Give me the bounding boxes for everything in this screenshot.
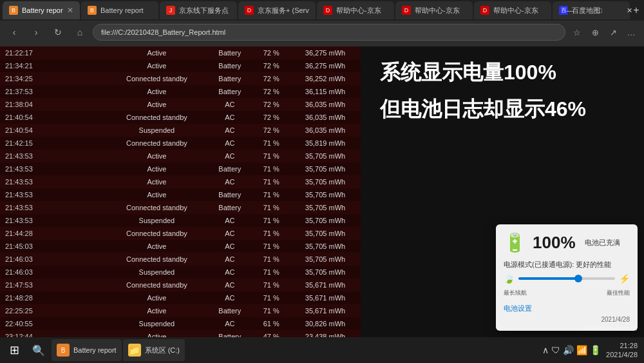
taskbar-item-explorer[interactable]: 📁 系统区 (C:) [123,339,185,361]
minimize-button[interactable]: — [555,0,585,21]
cell-percent: 71 % [252,253,290,266]
table-row: 21:37:53 Active Battery 72 % 36,115 mWh [0,85,361,98]
cell-time: 23:12:44 [0,330,107,337]
tab-help-1[interactable]: D 帮助中心-京东 [317,1,394,19]
cell-state: Active [107,304,207,317]
cell-capacity: 35,705 mWh [290,266,361,279]
table-row: 21:46:03 Connected standby AC 71 % 35,70… [0,253,361,266]
tray-volume[interactable]: 🔊 [563,345,574,355]
start-button[interactable]: ⊞ [3,338,26,362]
table-row: 21:38:04 Active AC 72 % 36,035 mWh [0,98,361,111]
battery-icon: 🔋 [504,232,526,253]
cell-percent: 72 % [252,98,290,111]
table-row: 21:43:53 Active Battery 71 % 35,705 mWh [0,188,361,201]
tab-icon-help-1: D [323,6,332,15]
cell-time: 21:43:53 [0,162,107,175]
table-row: 21:43:53 Active Battery 71 % 35,705 mWh [0,162,361,175]
taskbar-item-label-battery: Battery report [73,346,117,354]
refresh-button[interactable]: ↻ [49,23,67,41]
taskbar: ⊞ 🔍 B Battery report 📁 系统区 (C:) ∧ 🛡 🔊 📶 … [0,337,644,363]
tab-help-3[interactable]: D 帮助中心-京东 [474,1,551,19]
tab-label-help-3: 帮助中心-京东 [493,6,538,15]
cell-time: 21:34:25 [0,72,107,85]
cell-capacity: 36,275 mWh [290,59,361,72]
battery-popup-header: 🔋 100% 电池已充满 [504,232,630,253]
cell-time: 21:42:15 [0,137,107,150]
table-row: 21:47:53 Connected standby AC 71 % 35,67… [0,279,361,291]
tab-icon-help-3: D [480,6,489,15]
settings-icon[interactable]: … [623,25,639,40]
forward-button[interactable]: › [27,23,45,41]
cell-capacity: 35,705 mWh [290,227,361,240]
window-controls: — □ ✕ [555,0,644,21]
taskbar-item-battery[interactable]: B Battery report [52,339,122,361]
close-button[interactable]: ✕ [614,0,644,21]
address-input[interactable]: file:///C:/20210428_Battery_Report.html [93,24,565,41]
table-row: 21:43:53 Connected standby Battery 71 % … [0,201,361,214]
tab-icon-help-2: D [402,6,411,15]
taskbar-item-label-explorer: 系统区 (C:) [145,346,180,355]
tray-network[interactable]: 📶 [576,345,587,355]
watermark: www.cfan.com.cn [582,324,638,332]
battery-settings-link[interactable]: 电池设置 [504,304,630,313]
cell-percent: 72 % [252,72,290,85]
search-button[interactable]: 🔍 [27,338,50,362]
cell-state: Active [107,85,207,98]
cell-source: Battery [207,46,252,59]
tray-battery[interactable]: 🔋 [590,345,601,355]
cell-percent: 72 % [252,59,290,72]
cell-capacity: 35,705 mWh [290,214,361,227]
cell-capacity: 36,115 mWh [290,85,361,98]
tab-label-jd-2: 京东服务+ (Serv... [258,6,309,15]
maximize-button[interactable]: □ [585,0,614,21]
favorites-icon[interactable]: ☆ [569,25,585,40]
slider-left-icon: 🍃 [504,273,515,284]
cell-percent: 71 % [252,240,290,253]
system-tray: ∧ 🛡 🔊 📶 🔋 [542,345,601,355]
tab-battery-active[interactable]: B Battery report ✕ [3,1,80,19]
cell-source: AC [207,175,252,188]
tab-help-2[interactable]: D 帮助中心-京东 [395,1,473,19]
table-row: 21:43:53 Active AC 71 % 35,705 mWh [0,150,361,162]
cell-time: 21:43:53 [0,201,107,214]
cell-time: 21:46:03 [0,266,107,279]
back-button[interactable]: ‹ [5,23,23,41]
cell-capacity: 35,705 mWh [290,240,361,253]
home-button[interactable]: ⌂ [71,23,89,41]
tab-icon-battery: B [9,6,18,15]
tab-close-active[interactable]: ✕ [67,6,73,15]
cell-capacity: 35,705 mWh [290,162,361,175]
cell-state: Suspended [107,317,207,330]
cell-state: Suspended [107,266,207,279]
cell-time: 21:43:53 [0,150,107,162]
cell-capacity: 35,705 mWh [290,201,361,214]
cell-source: AC [207,240,252,253]
slider-right-icon: ⚡ [619,273,630,284]
share-icon[interactable]: ↗ [605,25,621,40]
tab-jd-1[interactable]: J 京东线下服务点 云... [160,1,237,19]
table-row: 21:34:25 Connected standby Battery 72 % … [0,72,361,85]
cell-percent: 71 % [252,266,290,279]
cell-state: Suspended [107,124,207,137]
address-text: file:///C:/20210428_Battery_Report.html [101,28,225,36]
tab-label-help-2: 帮助中心-京东 [415,6,460,15]
cell-time: 21:34:21 [0,59,107,72]
cell-source: AC [207,291,252,304]
tab-jd-2[interactable]: D 京东服务+ (Serv... [238,1,316,19]
slider-right-label: 最佳性能 [607,289,630,297]
cell-time: 21:43:53 [0,214,107,227]
cell-capacity: 35,671 mWh [290,304,361,317]
tray-chevron[interactable]: ∧ [542,345,549,355]
tab-battery-2[interactable]: B Battery report [81,1,158,19]
collections-icon[interactable]: ⊕ [587,25,603,40]
cell-state: Active [107,59,207,72]
cell-capacity: 35,705 mWh [290,253,361,266]
power-slider-track[interactable] [518,277,615,280]
taskbar-clock[interactable]: 21:28 2021/4/28 [602,341,641,360]
table-row: 21:43:53 Suspended AC 71 % 35,705 mWh [0,214,361,227]
tray-shield[interactable]: 🛡 [551,345,560,355]
cell-source: AC [207,150,252,162]
tab-label-help-1: 帮助中心-京东 [336,6,381,15]
table-row: 21:44:28 Connected standby AC 71 % 35,70… [0,227,361,240]
cell-source: Battery [207,162,252,175]
